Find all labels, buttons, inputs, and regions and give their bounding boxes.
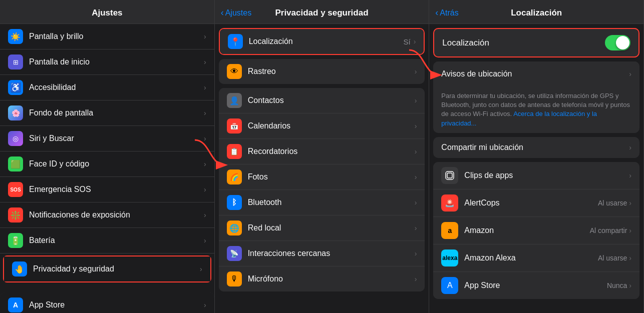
alertcops-item[interactable]: 🚨 AlertCops Al usarse › (433, 190, 639, 217)
privacidad-icon: 🤚 (12, 262, 27, 276)
panel2-back-label: Ajustes (225, 8, 251, 18)
recordatorios-item[interactable]: 📋 Recordatorios › (219, 139, 425, 164)
list-item[interactable]: ❇️ Notificaciones de exposición › (0, 202, 214, 228)
exposicion-icon: ❇️ (8, 208, 23, 222)
recordatorios-label: Recordatorios (248, 147, 415, 156)
bateria-icon: 🔋 (8, 233, 23, 248)
panel3-title: Localización (511, 8, 562, 18)
panel2-back-btn[interactable]: ‹ Ajustes (221, 8, 251, 18)
calendarios-item[interactable]: 📅 Calendarios › (219, 114, 425, 139)
pantalla-inicio-icon: ⊞ (8, 54, 23, 70)
bluetooth-item[interactable]: ᛒ Bluetooth › (219, 190, 425, 216)
compartir-label: Compartir mi ubicación (441, 143, 629, 152)
arrow1-svg (195, 140, 235, 190)
privacidad-highlight-box: 🤚 Privacidad y seguridad › (3, 256, 211, 282)
calendarios-label: Calendarios (248, 122, 415, 130)
privacidad-item[interactable]: 🤚 Privacidad y seguridad › (4, 256, 210, 282)
rastreo-item[interactable]: 👁 Rastreo › (219, 59, 425, 84)
panel-privacy: ‹ Ajustes Privacidad y seguridad 📍 Local… (215, 0, 430, 313)
panel-localization: ‹ Atrás Localización Localización Avisos… (429, 0, 644, 313)
list-item[interactable]: ◎ Siri y Buscar › (0, 126, 214, 152)
appstore-icon: A (8, 298, 23, 312)
apps-privacy-section: 👤 Contactos › 📅 Calendarios › 📋 Recordat… (219, 88, 425, 292)
microfono-icon: 🎙 (227, 272, 242, 286)
appstore-label: App Store (29, 300, 204, 310)
interacciones-label: Interacciones cercanas (248, 249, 415, 258)
svg-rect-3 (447, 173, 452, 178)
back-chevron-icon2: ‹ (435, 8, 438, 18)
compartir-chevron: › (629, 144, 631, 152)
contactos-icon: 👤 (227, 93, 242, 108)
appstore-p3-value: Nunca (607, 282, 627, 290)
alertcops-icon: 🚨 (441, 194, 458, 212)
clips-label: Clips de apps (464, 171, 629, 180)
panel1-scroll: ☀️ Pantalla y brillo › ⊞ Pantalla de ini… (0, 24, 214, 313)
red-local-item[interactable]: 🌐 Red local › (219, 216, 425, 241)
alertcops-label: AlertCops (464, 198, 598, 208)
panel3-back-label: Atrás (440, 8, 458, 18)
bluetooth-label: Bluetooth (248, 198, 415, 207)
fondo-icon: 🌸 (8, 106, 23, 120)
localizacion-icon: 📍 (228, 34, 243, 49)
alexa-icon: alexa (441, 250, 458, 266)
amazon-item[interactable]: a Amazon Al compartir › (433, 217, 639, 244)
fotos-label: Fotos (248, 172, 415, 182)
microfono-item[interactable]: 🎙 Micrófono › (219, 266, 425, 292)
arrow2-svg (409, 50, 449, 100)
panel1-bottom-list: A App Store › 💳 Cartera y Apple Pay › (0, 292, 214, 313)
localizacion-label: Localización (249, 37, 404, 46)
list-item[interactable]: 🔋 Batería › (0, 228, 214, 254)
panel-settings: Ajustes ☀️ Pantalla y brillo › ⊞ Pantall… (0, 0, 215, 313)
contactos-item[interactable]: 👤 Contactos › (219, 88, 425, 114)
pantalla-brillo-label: Pantalla y brillo (29, 32, 204, 41)
alexa-label: Amazon Alexa (464, 254, 598, 262)
list-item[interactable]: ♿ Accesibilidad › (0, 75, 214, 100)
localizacion-toggle-label: Localización (442, 38, 605, 48)
sos-label: Emergencia SOS (29, 185, 204, 194)
list-item[interactable]: ⊞ Pantalla de inicio › (0, 50, 214, 75)
panel3-scroll: Localización Avisos de ubicación › Para … (429, 24, 643, 313)
pantalla-brillo-icon: ☀️ (8, 29, 23, 44)
fondo-label: Fondo de pantalla (29, 108, 204, 118)
appstore-p3-item[interactable]: A App Store Nunca › (433, 272, 639, 299)
list-item[interactable]: SOS Emergencia SOS › (0, 177, 214, 202)
siri-icon: ◎ (8, 131, 23, 146)
appstore-item[interactable]: A App Store › (0, 292, 214, 313)
alertcops-value: Al usarse (598, 199, 627, 207)
amazon-label: Amazon (464, 226, 589, 235)
avisos-item[interactable]: Avisos de ubicación › (433, 62, 639, 86)
amazon-icon: a (441, 222, 458, 239)
list-item[interactable]: 🌸 Fondo de pantalla › (0, 100, 214, 126)
clips-item[interactable]: Clips de apps › (433, 162, 639, 190)
appstore-p3-label: App Store (464, 281, 607, 290)
alexa-item[interactable]: alexa Amazon Alexa Al usarse › (433, 244, 639, 272)
appstore-p3-icon: A (441, 277, 458, 294)
avisos-section: Avisos de ubicación › Para determinar tu… (433, 62, 639, 133)
bateria-label: Batería (29, 236, 204, 245)
bluetooth-icon: ᛒ (227, 195, 242, 210)
list-item[interactable]: 🟩 Face ID y código › (0, 152, 214, 177)
localizacion-toggle[interactable] (605, 35, 630, 50)
avisos-label: Avisos de ubicación (441, 70, 629, 78)
exposicion-label: Notificaciones de exposición (29, 210, 204, 220)
panel3-back-btn[interactable]: ‹ Atrás (435, 8, 458, 18)
localizacion-toggle-row: Localización (433, 28, 639, 58)
localizacion-value: Sí (403, 38, 410, 46)
panel2-title: Privacidad y seguridad (275, 8, 368, 18)
fotos-item[interactable]: 🌈 Fotos › (219, 164, 425, 190)
list-item[interactable]: ☀️ Pantalla y brillo › (0, 24, 214, 50)
rastreo-icon: 👁 (227, 64, 242, 79)
localizacion-description: Para determinar tu ubicación, se utiliza… (433, 86, 639, 133)
red-local-label: Red local (248, 224, 415, 232)
amazon-value: Al compartir (590, 226, 627, 234)
panel1-main-list: ☀️ Pantalla y brillo › ⊞ Pantalla de ini… (0, 24, 214, 282)
apps-list-section: Clips de apps › 🚨 AlertCops Al usarse › … (433, 162, 639, 299)
localizacion-item[interactable]: 📍 Localización Sí › (220, 29, 424, 54)
siri-label: Siri y Buscar (29, 134, 204, 143)
pantalla-inicio-label: Pantalla de inicio (29, 58, 204, 66)
red-local-icon: 🌐 (227, 220, 242, 236)
clips-icon (441, 167, 458, 184)
back-chevron-icon: ‹ (221, 8, 224, 18)
interacciones-item[interactable]: 📡 Interacciones cercanas › (219, 241, 425, 266)
panel1-header: Ajustes (0, 0, 214, 24)
